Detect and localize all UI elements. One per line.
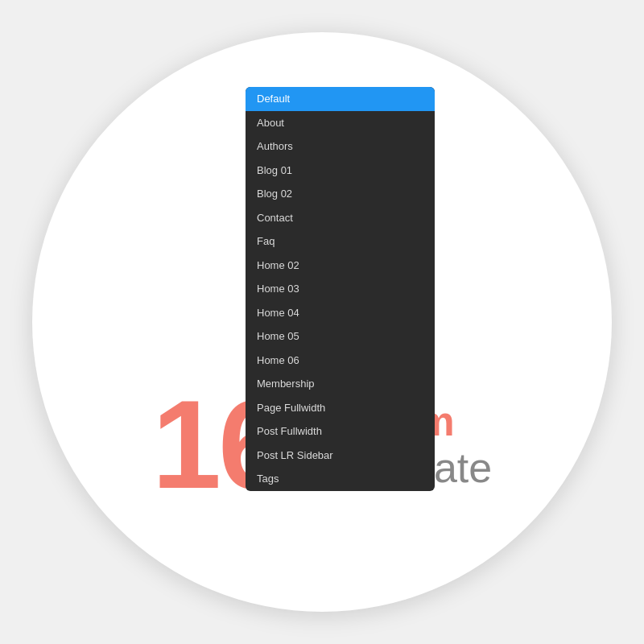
dropdown-item[interactable]: Blog 01	[246, 159, 435, 183]
dropdown-item[interactable]: Post LR Sidebar	[246, 444, 435, 468]
dropdown-item[interactable]: Default	[246, 87, 435, 111]
dropdown-item[interactable]: Authors	[246, 134, 435, 159]
dropdown-menu[interactable]: DefaultAboutAuthorsBlog 01Blog 02Contact…	[246, 87, 435, 491]
dropdown-item[interactable]: Home 04	[246, 301, 435, 325]
dropdown-item[interactable]: Home 03	[246, 277, 435, 301]
dropdown-item[interactable]: Home 02	[246, 254, 435, 278]
dropdown-item[interactable]: Page Fullwidth	[246, 396, 435, 420]
dropdown-item[interactable]: Home 05	[246, 324, 435, 349]
dropdown-item[interactable]: Contact	[246, 206, 435, 230]
main-circle: DefaultAboutAuthorsBlog 01Blog 02Contact…	[32, 32, 612, 612]
dropdown-item[interactable]: Tags	[246, 467, 435, 491]
dropdown-item[interactable]: Home 06	[246, 349, 435, 373]
dropdown-item[interactable]: Post Fullwidth	[246, 419, 435, 444]
dropdown-item[interactable]: Blog 02	[246, 182, 435, 206]
dropdown-item[interactable]: Faq	[246, 229, 435, 254]
dropdown-item[interactable]: Membership	[246, 372, 435, 396]
dropdown-item[interactable]: About	[246, 111, 435, 135]
